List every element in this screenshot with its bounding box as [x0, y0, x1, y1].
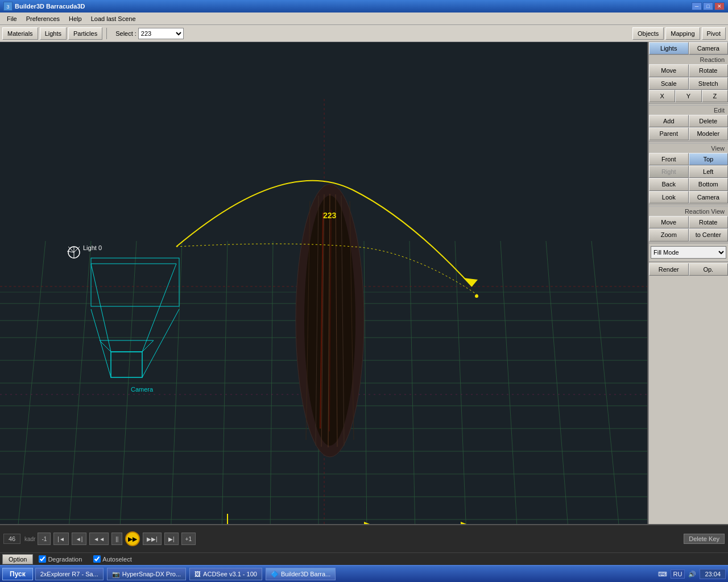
viewport[interactable]: Camera Light 0 223 [0, 42, 648, 524]
camera-view-button[interactable]: Camera [689, 191, 729, 203]
panel-divider-2 [649, 142, 728, 142]
top-button[interactable]: Top [689, 153, 729, 165]
timeline-go-end[interactable]: ▶| [164, 533, 179, 545]
pivot-button[interactable]: Pivot [702, 27, 726, 40]
parent-button[interactable]: Parent [649, 127, 689, 140]
svg-line-49 [306, 201, 310, 440]
camera-tab[interactable]: Camera [689, 42, 729, 55]
degradation-checkbox[interactable] [39, 555, 46, 563]
scale-button[interactable]: Scale [649, 77, 689, 90]
svg-line-21 [364, 241, 367, 524]
back-button[interactable]: Back [649, 178, 689, 190]
toolbar-separator [106, 28, 107, 39]
menu-load-last-scene[interactable]: Load last Scene [86, 14, 140, 23]
camera-wireframe [91, 258, 179, 377]
zoom-button[interactable]: Zoom [649, 228, 689, 241]
svg-line-17 [171, 241, 182, 524]
menu-bar: File Preferences Help Load last Scene [0, 13, 728, 25]
particles-button[interactable]: Particles [68, 27, 102, 40]
svg-line-50 [350, 201, 354, 440]
svg-line-32 [142, 340, 154, 352]
timeline-minus1[interactable]: -1 [38, 533, 51, 545]
rv-move-rotate-row: Move Rotate [649, 216, 728, 228]
front-top-row: Front Top [649, 153, 728, 165]
svg-line-25 [546, 241, 569, 524]
viewport-grid: Camera Light 0 223 [0, 42, 647, 524]
option-button[interactable]: Option [2, 554, 33, 564]
taskbar-right: ⌨ RU 🔊 23:04 [658, 569, 726, 579]
move-rotate-row: Move Rotate [649, 64, 728, 77]
delete-button[interactable]: Delete [689, 115, 729, 127]
timeline-play-end[interactable]: ▶▶| [143, 533, 162, 545]
camera-text-label: Camera [131, 386, 154, 393]
lights-button[interactable]: Lights [40, 27, 67, 40]
timeline-go-start[interactable]: |◄ [53, 533, 69, 545]
to-center-button[interactable]: to Center [689, 228, 729, 241]
start-button[interactable]: Пуск [2, 568, 33, 580]
trajectory-arrow [464, 278, 478, 286]
taskbar-item-acdsee[interactable]: 🖼ACDSee v3.1 - 100 [189, 568, 262, 580]
timeline-pause[interactable]: || [111, 533, 122, 545]
materials-button[interactable]: Materials [2, 27, 38, 40]
rv-move-button[interactable]: Move [649, 216, 689, 228]
lang-indicator: RU [671, 569, 685, 579]
svg-line-46 [328, 194, 330, 447]
reaction-view-label: Reaction View [649, 206, 728, 216]
add-button[interactable]: Add [649, 115, 689, 127]
rv-rotate-button[interactable]: Rotate [689, 216, 729, 228]
right-panel: Lights Camera Reaction Move Rotate Scale… [648, 42, 728, 524]
svg-line-45 [321, 194, 324, 447]
move-button[interactable]: Move [649, 64, 689, 77]
toolbar: Materials Lights Particles Select : 223 … [0, 25, 728, 42]
light-icon [68, 247, 80, 258]
light-label-text: Light 0 [83, 244, 102, 251]
keyframe-dot [475, 294, 478, 298]
bottom-button[interactable]: Bottom [689, 178, 729, 190]
menu-file[interactable]: File [2, 14, 22, 23]
look-camera-row: Look Camera [649, 191, 728, 203]
right-left-row: Right Left [649, 165, 728, 178]
menu-preferences[interactable]: Preferences [22, 14, 64, 23]
close-button[interactable]: ✕ [714, 2, 725, 10]
svg-line-18 [222, 241, 228, 524]
objects-button[interactable]: Objects [632, 27, 664, 40]
op-button[interactable]: Op. [689, 263, 729, 276]
maximize-button[interactable]: □ [703, 2, 713, 10]
degradation-check: Degradation [39, 555, 82, 563]
taskbar-item-explorer[interactable]: 2xExplorer R7 - Sa... [35, 568, 104, 580]
svg-line-47 [336, 194, 337, 447]
panel-divider-5 [649, 261, 728, 262]
look-button[interactable]: Look [649, 191, 689, 203]
fill-mode-select[interactable]: Fill Mode Wireframe Solid [651, 246, 726, 259]
lights-tab[interactable]: Lights [649, 42, 689, 55]
delete-key-button[interactable]: Delete Key [684, 534, 725, 544]
right-view-button[interactable]: Right [649, 165, 689, 178]
add-delete-row: Add Delete [649, 115, 728, 127]
z-axis-button[interactable]: Z [702, 90, 728, 102]
parent-modeler-row: Parent Modeler [649, 127, 728, 140]
panel-divider-1 [649, 103, 728, 104]
left-button[interactable]: Left [689, 165, 729, 178]
timeline-rewind[interactable]: ◄◄ [89, 533, 109, 545]
taskbar-item-builder3d[interactable]: 🔷Builder3D Barra... [266, 568, 336, 580]
front-button[interactable]: Front [649, 153, 689, 165]
timeline-plus1[interactable]: +1 [181, 533, 196, 545]
select-dropdown[interactable]: 223 [138, 28, 184, 39]
modeler-button[interactable]: Modeler [689, 127, 729, 140]
clock: 23:04 [700, 569, 726, 579]
title-text: Builder3D Barracuda3D [15, 3, 690, 10]
autoselect-checkbox[interactable] [93, 555, 101, 563]
menu-help[interactable]: Help [64, 14, 86, 23]
taskbar-item-hypersnap[interactable]: 📷HyperSnap-DX Pro... [107, 568, 186, 580]
stretch-button[interactable]: Stretch [689, 77, 729, 90]
timeline-play[interactable]: ▶▶ [125, 531, 140, 546]
y-axis-button[interactable]: Y [675, 90, 701, 102]
mapping-button[interactable]: Mapping [665, 27, 700, 40]
rotate-button[interactable]: Rotate [689, 64, 729, 77]
x-axis-button[interactable]: X [649, 90, 675, 102]
minimize-button[interactable]: ─ [692, 2, 702, 10]
render-button[interactable]: Render [649, 263, 689, 276]
path-dotted [176, 244, 478, 295]
svg-line-39 [74, 247, 80, 252]
timeline-step-back-end[interactable]: ◄| [72, 533, 87, 545]
